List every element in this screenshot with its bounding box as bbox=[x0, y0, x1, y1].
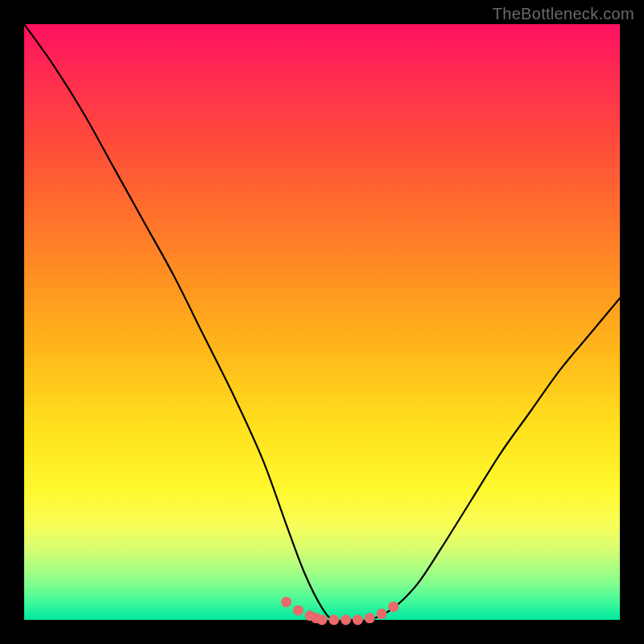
trough-marker bbox=[353, 615, 363, 625]
trough-marker bbox=[328, 615, 339, 625]
trough-marker bbox=[281, 597, 291, 607]
trough-marker bbox=[317, 615, 328, 625]
watermark-text: TheBottleneck.com bbox=[493, 5, 634, 23]
plot-area bbox=[24, 24, 620, 620]
curve-layer bbox=[24, 24, 620, 620]
trough-marker bbox=[341, 615, 351, 625]
bottleneck-curve bbox=[24, 24, 620, 621]
trough-marker bbox=[377, 609, 387, 619]
trough-marker bbox=[365, 613, 375, 623]
trough-marker bbox=[293, 605, 303, 616]
chart-frame: TheBottleneck.com bbox=[0, 0, 644, 644]
trough-marker bbox=[388, 601, 398, 612]
